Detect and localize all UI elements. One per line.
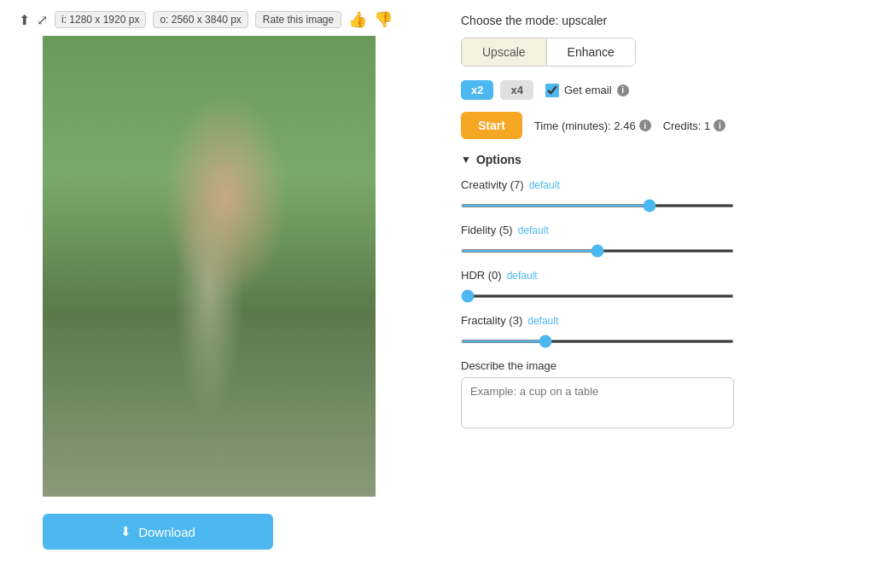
hdr-label-row: HDR (0) default	[461, 269, 857, 282]
hdr-default-link[interactable]: default	[507, 270, 538, 282]
right-panel: Choose the mode: upscaler Upscale Enhanc…	[461, 10, 857, 550]
fractality-slider[interactable]	[461, 340, 734, 343]
main-container: ⬆ ⤢ i: 1280 x 1920 px o: 2560 x 3840 px …	[0, 0, 874, 560]
get-email-checkbox[interactable]	[545, 84, 559, 97]
download-label: Download	[138, 525, 195, 539]
describe-label: Describe the image	[461, 359, 857, 372]
mode-toggle: Upscale Enhance	[461, 38, 636, 67]
fractality-label-row: Fractality (3) default	[461, 314, 857, 327]
output-size-badge: o: 2560 x 3840 px	[153, 11, 248, 28]
image-preview	[43, 36, 376, 497]
download-icon: ⬇	[120, 524, 131, 539]
mode-label: Choose the mode: upscaler	[461, 14, 857, 27]
download-section: ⬇ Download	[17, 514, 435, 550]
download-button[interactable]: ⬇ Download	[43, 514, 273, 550]
fractality-option: Fractality (3) default	[461, 314, 857, 346]
start-row: Start Time (minutes): 2.46 i Credits: 1 …	[461, 112, 857, 139]
credits-info-icon[interactable]: i	[714, 119, 725, 131]
options-section: ▼ Options Creativity (7) default Fidelit…	[461, 153, 857, 431]
scale-x4-button[interactable]: x4	[500, 80, 533, 100]
upscale-mode-button[interactable]: Upscale	[462, 38, 547, 66]
upload-icon[interactable]: ⬆	[19, 12, 30, 28]
creativity-option: Creativity (7) default	[461, 178, 857, 210]
input-size-badge: i: 1280 x 1920 px	[55, 11, 146, 28]
describe-section: Describe the image	[461, 359, 857, 431]
email-row: Get email i	[545, 84, 629, 97]
fidelity-option: Fidelity (5) default	[461, 224, 857, 255]
fidelity-slider[interactable]	[461, 249, 734, 253]
fidelity-default-link[interactable]: default	[518, 224, 549, 236]
email-info-icon[interactable]: i	[617, 84, 629, 96]
fractality-default-link[interactable]: default	[527, 315, 558, 327]
credits-info: Credits: 1 i	[663, 119, 726, 132]
thumbs-up-icon[interactable]: 👍	[348, 10, 367, 29]
fidelity-label-row: Fidelity (5) default	[461, 224, 857, 236]
creativity-default-link[interactable]: default	[529, 179, 560, 191]
hdr-slider[interactable]	[461, 294, 734, 298]
time-info-icon[interactable]: i	[639, 119, 651, 131]
chevron-down-icon: ▼	[461, 154, 471, 166]
image-toolbar: ⬆ ⤢ i: 1280 x 1920 px o: 2560 x 3840 px …	[17, 10, 435, 29]
fullscreen-icon[interactable]: ⤢	[37, 12, 48, 28]
scale-email-row: x2 x4 Get email i	[461, 80, 857, 100]
fractality-label: Fractality (3)	[461, 314, 522, 327]
creativity-label-row: Creativity (7) default	[461, 178, 857, 191]
hdr-option: HDR (0) default	[461, 269, 857, 300]
hdr-label: HDR (0)	[461, 269, 502, 282]
creativity-label: Creativity (7)	[461, 178, 524, 191]
scale-x2-button[interactable]: x2	[461, 80, 493, 100]
options-header[interactable]: ▼ Options	[461, 153, 857, 166]
rate-image-button[interactable]: Rate this image	[255, 11, 341, 28]
thumbs-down-icon[interactable]: 👎	[374, 10, 393, 29]
start-button[interactable]: Start	[461, 112, 522, 139]
creativity-slider[interactable]	[461, 204, 734, 207]
left-panel: ⬆ ⤢ i: 1280 x 1920 px o: 2560 x 3840 px …	[17, 10, 435, 550]
describe-textarea[interactable]	[461, 377, 734, 428]
enhance-mode-button[interactable]: Enhance	[547, 38, 635, 66]
options-label: Options	[476, 153, 521, 166]
fidelity-label: Fidelity (5)	[461, 224, 513, 236]
time-info: Time (minutes): 2.46 i	[534, 119, 651, 132]
email-label: Get email	[564, 84, 612, 96]
